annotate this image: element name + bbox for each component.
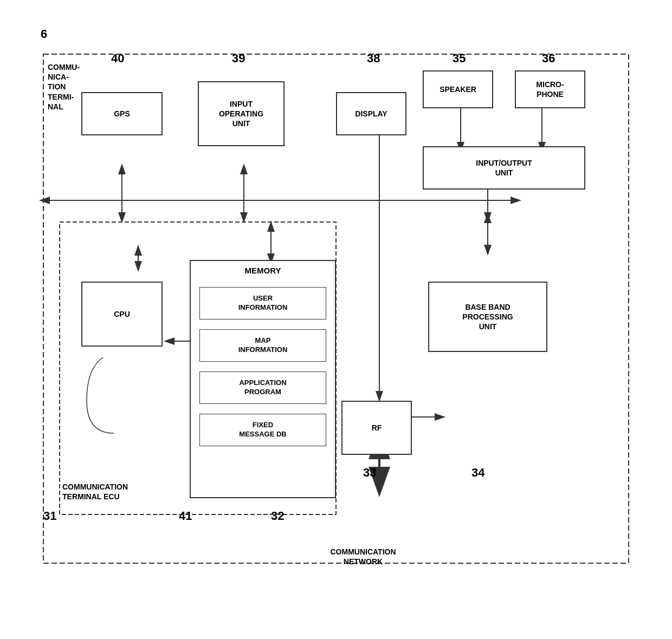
ref-40: 40 xyxy=(111,51,124,66)
input-output-unit-box: INPUT/OUTPUTUNIT xyxy=(423,146,585,190)
ref-34: 34 xyxy=(471,466,484,480)
diagram-container: 6 40 39 38 35 36 37 31 41 32 33 34 COMMU… xyxy=(33,22,639,617)
ref-38: 38 xyxy=(367,51,380,66)
ref-32: 32 xyxy=(271,509,284,523)
display-box: DISPLAY xyxy=(336,92,406,135)
ref-39: 39 xyxy=(232,51,245,66)
ref-31: 31 xyxy=(43,509,56,523)
application-program-box: APPLICATIONPROGRAM xyxy=(199,371,326,404)
map-information-box: MAPINFORMATION xyxy=(199,329,326,362)
gps-box: GPS xyxy=(81,92,163,135)
input-operating-unit-box: INPUTOPERATINGUNIT xyxy=(198,81,285,146)
cpu-box: CPU xyxy=(81,282,163,347)
microphone-box: MICRO-PHONE xyxy=(515,70,585,108)
ref-41: 41 xyxy=(179,509,192,523)
ref-33: 33 xyxy=(363,466,376,480)
baseband-box: BASE BANDPROCESSINGUNIT xyxy=(428,282,547,352)
comm-terminal-ecu-label: COMMUNICATIONTERMINAL ECU xyxy=(62,482,171,501)
comm-network-label: COMMUNICATIONNETWORK xyxy=(309,547,417,566)
ref-36: 36 xyxy=(542,51,555,66)
ref-6: 6 xyxy=(41,27,47,41)
user-information-box: USERINFORMATION xyxy=(199,287,326,320)
ref-35: 35 xyxy=(453,51,466,66)
fixed-message-db-box: FIXEDMESSAGE DB xyxy=(199,414,326,446)
speaker-box: SPEAKER xyxy=(423,70,493,108)
rf-box: RF xyxy=(341,401,412,455)
